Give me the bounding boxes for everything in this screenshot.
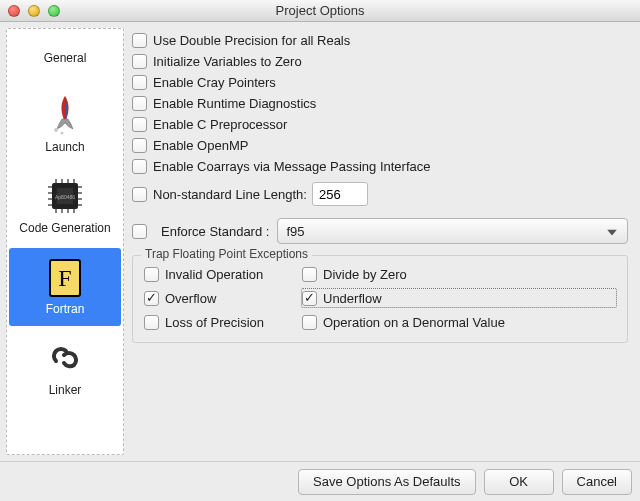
- svg-text:F: F: [58, 265, 71, 291]
- sidebar-item-label: Linker: [49, 384, 82, 397]
- checkbox-label: Use Double Precision for all Reals: [153, 33, 350, 48]
- checkbox-label: Initialize Variables to Zero: [153, 54, 302, 69]
- window-title: Project Options: [0, 3, 640, 18]
- sidebar: General Launch: [6, 28, 124, 455]
- ok-button[interactable]: OK: [484, 469, 554, 495]
- checkbox-label: Operation on a Denormal Value: [323, 315, 505, 330]
- enforce-standard-label: Enforce Standard :: [161, 224, 269, 239]
- button-label: Cancel: [577, 474, 617, 489]
- sidebar-item-launch[interactable]: Launch: [9, 86, 121, 164]
- trap-invalid-checkbox[interactable]: [144, 267, 159, 282]
- sidebar-item-label: General: [44, 52, 87, 65]
- checkbox-label: Divide by Zero: [323, 267, 407, 282]
- enforce-standard-select[interactable]: f95: [277, 218, 628, 244]
- trap-loss-checkbox[interactable]: [144, 315, 159, 330]
- checkbox-label: Overflow: [165, 291, 216, 306]
- checkbox-label: Underflow: [323, 291, 382, 306]
- button-label: Save Options As Defaults: [313, 474, 460, 489]
- trap-divzero-checkbox[interactable]: [302, 267, 317, 282]
- checkbox-label: Enable Runtime Diagnostics: [153, 96, 316, 111]
- checkbox-label: Enable C Preprocessor: [153, 117, 287, 132]
- sidebar-item-fortran[interactable]: F Fortran: [9, 248, 121, 326]
- c-preprocessor-checkbox[interactable]: [132, 117, 147, 132]
- openmp-checkbox[interactable]: [132, 138, 147, 153]
- trap-overflow-checkbox[interactable]: [144, 291, 159, 306]
- checkbox-label: Loss of Precision: [165, 315, 264, 330]
- group-title: Trap Floating Point Exceptions: [141, 247, 312, 261]
- enforce-standard-checkbox[interactable]: [132, 224, 147, 239]
- titlebar: Project Options: [0, 0, 640, 22]
- sidebar-item-codegen[interactable]: Ap80486 Code Generation: [9, 167, 121, 245]
- sidebar-item-label: Fortran: [46, 303, 85, 316]
- checkbox-label: Enable Coarrays via Message Passing Inte…: [153, 159, 430, 174]
- trap-denorm-checkbox[interactable]: [302, 315, 317, 330]
- trap-group: Trap Floating Point Exceptions Invalid O…: [132, 255, 628, 343]
- nonstd-line-length-input[interactable]: [312, 182, 368, 206]
- double-precision-checkbox[interactable]: [132, 33, 147, 48]
- chain-link-icon: [40, 333, 90, 383]
- trap-underflow-checkbox[interactable]: [302, 291, 317, 306]
- sidebar-item-label: Launch: [45, 141, 84, 154]
- svg-point-1: [61, 132, 64, 135]
- sidebar-item-general[interactable]: General: [9, 33, 121, 83]
- rocket-icon: [40, 90, 90, 140]
- save-defaults-button[interactable]: Save Options As Defaults: [298, 469, 475, 495]
- runtime-diag-checkbox[interactable]: [132, 96, 147, 111]
- sidebar-item-label: Code Generation: [19, 222, 110, 235]
- init-zero-checkbox[interactable]: [132, 54, 147, 69]
- checkbox-label: Enable OpenMP: [153, 138, 248, 153]
- cray-pointers-checkbox[interactable]: [132, 75, 147, 90]
- svg-point-0: [54, 128, 58, 132]
- nonstd-line-length-checkbox[interactable]: [132, 187, 147, 202]
- checkbox-label: Enable Cray Pointers: [153, 75, 276, 90]
- button-label: OK: [509, 474, 528, 489]
- cancel-button[interactable]: Cancel: [562, 469, 632, 495]
- bottom-bar: Save Options As Defaults OK Cancel: [0, 461, 640, 501]
- select-value: f95: [286, 224, 304, 239]
- sidebar-item-linker[interactable]: Linker: [9, 329, 121, 407]
- chevron-down-icon: [607, 224, 617, 239]
- svg-text:Ap80486: Ap80486: [55, 194, 75, 200]
- cpu-chip-icon: Ap80486: [40, 171, 90, 221]
- checkbox-label: Non-standard Line Length:: [153, 187, 307, 202]
- fortran-icon: F: [40, 252, 90, 302]
- coarrays-checkbox[interactable]: [132, 159, 147, 174]
- content-pane: Use Double Precision for all Reals Initi…: [130, 28, 634, 455]
- checkbox-label: Invalid Operation: [165, 267, 263, 282]
